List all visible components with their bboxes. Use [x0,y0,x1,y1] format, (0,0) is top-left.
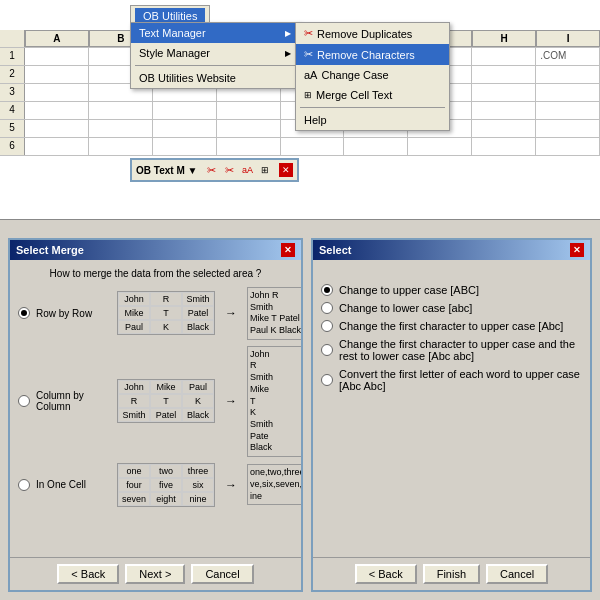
cell-i3[interactable] [536,84,600,101]
case-back-button[interactable]: < Back [355,564,417,584]
select-case-body: Change to upper case [ABC] Change to low… [313,260,590,557]
radio-first-upper[interactable] [321,320,333,332]
submenu-arrow-text: ▶ [285,29,291,38]
case-option-1: Change to lower case [abc] [321,302,582,314]
corner-cell [0,30,25,47]
cell-c5[interactable] [153,120,217,137]
radio-one-cell[interactable] [18,479,30,491]
select-merge-dialog: Select Merge ✕ How to merge the data fro… [8,238,303,592]
row-num-3: 3 [0,84,25,101]
cell-a4[interactable] [25,102,89,119]
toolbar-case[interactable]: aA [239,162,255,178]
remove-duplicates-item[interactable]: ✂ Remove Duplicates [296,23,449,44]
cell-a2[interactable] [25,66,89,83]
cell-h2[interactable] [472,66,536,83]
cell-i4[interactable] [536,102,600,119]
merge-next-button[interactable]: Next > [125,564,185,584]
cell-i1[interactable]: .COM [536,48,600,65]
cell-r2c1: Mike [118,306,150,320]
row-num-6: 6 [0,138,25,155]
radio-each-word[interactable] [321,374,333,386]
grid-row-6: 6 [0,138,600,156]
case-option-3: Change the first character to upper case… [321,338,582,362]
toolbar-scissors-1[interactable]: ✂ [203,162,219,178]
cell-a1[interactable] [25,48,89,65]
label-col-by-col: Column by Column [36,390,111,412]
scissors-icon-2: ✂ [304,48,313,61]
cell-r1c3: Smith [182,292,214,306]
merge-icon: ⊞ [304,90,312,100]
merge-one-cell: In One Cell one two three four five six … [18,463,293,507]
case-option-2: Change the first character to upper case… [321,320,582,332]
remove-characters-item[interactable]: ✂ Remove Characters [296,44,449,65]
label-row-by-row: Row by Row [36,308,111,319]
select-case-title: Select [319,244,351,256]
case-cancel-button[interactable]: Cancel [486,564,548,584]
menu-separator [135,65,295,66]
spreadsheet-area: A B C D E F G H I 1 % .COM 2 [0,0,600,220]
select-merge-close[interactable]: ✕ [281,243,295,257]
cell-r2c2: T [150,306,182,320]
merge-result-col: JohnRSmith MikeTK SmithPateBlack [247,346,301,457]
cell-d5[interactable] [217,120,281,137]
radio-upper[interactable] [321,284,333,296]
cell-b5[interactable] [89,120,153,137]
merge-cell-text-item[interactable]: ⊞ Merge Cell Text [296,85,449,105]
cell-h5[interactable] [472,120,536,137]
radio-lower[interactable] [321,302,333,314]
cell-d4[interactable] [217,102,281,119]
cell-e6[interactable] [281,138,345,155]
cell-i2[interactable] [536,66,600,83]
text-manager-item[interactable]: Text Manager ▶ [131,23,299,43]
toolbar-merge[interactable]: ⊞ [257,162,273,178]
cell-r3c1: Paul [118,320,150,334]
cell-b6[interactable] [89,138,153,155]
radio-col-by-col[interactable] [18,395,30,407]
col-header-i: I [536,30,600,47]
case-finish-button[interactable]: Finish [423,564,480,584]
radio-row-by-row[interactable] [18,307,30,319]
cell-r1c2: R [150,292,182,306]
cell-c4[interactable] [153,102,217,119]
merge-back-button[interactable]: < Back [57,564,119,584]
merge-arrow-3: → [225,478,237,492]
merge-col-by-col: Column by Column John Mike Paul R T K Sm… [18,346,293,457]
cell-i5[interactable] [536,120,600,137]
toolbar-scissors-2[interactable]: ✂ [221,162,237,178]
cell-r3c3: Black [182,320,214,334]
merge-cancel-button[interactable]: Cancel [191,564,253,584]
cell-h4[interactable] [472,102,536,119]
row-num-1: 1 [0,48,25,65]
cell-f6[interactable] [344,138,408,155]
row-num-2: 2 [0,66,25,83]
radio-first-upper-rest-lower[interactable] [321,344,333,356]
cell-h1[interactable] [472,48,536,65]
ob-toolbar: OB Text M ▼ ✂ ✂ aA ⊞ ✕ [130,158,299,182]
submenu-separator [300,107,445,108]
cell-a5[interactable] [25,120,89,137]
select-case-close[interactable]: ✕ [570,243,584,257]
merge-input-row: John R Smith Mike T Patel Paul K Black [117,291,215,335]
cell-g6[interactable] [408,138,472,155]
help-item[interactable]: Help [296,110,449,130]
cell-a3[interactable] [25,84,89,101]
cell-b4[interactable] [89,102,153,119]
case-icon: aA [304,69,317,81]
cell-a6[interactable] [25,138,89,155]
change-case-item[interactable]: aA Change Case [296,65,449,85]
row-num-5: 5 [0,120,25,137]
merge-result-row: John R SmithMike T PatelPaul K Black [247,287,301,340]
select-merge-body: How to merge the data from the selected … [10,260,301,557]
ob-toolbar-close[interactable]: ✕ [279,163,293,177]
ob-website-item[interactable]: OB Utilities Website [131,68,299,88]
cell-d6[interactable] [217,138,281,155]
cell-i6[interactable] [536,138,600,155]
cell-c6[interactable] [153,138,217,155]
cell-h6[interactable] [472,138,536,155]
cell-h3[interactable] [472,84,536,101]
merge-result-one: one,two,three,fve,six,seven,eight,nine [247,464,301,505]
merge-arrow-2: → [225,394,237,408]
scissors-icon-1: ✂ [304,27,313,40]
label-one-cell: In One Cell [36,479,111,490]
style-manager-item[interactable]: Style Manager ▶ [131,43,299,63]
